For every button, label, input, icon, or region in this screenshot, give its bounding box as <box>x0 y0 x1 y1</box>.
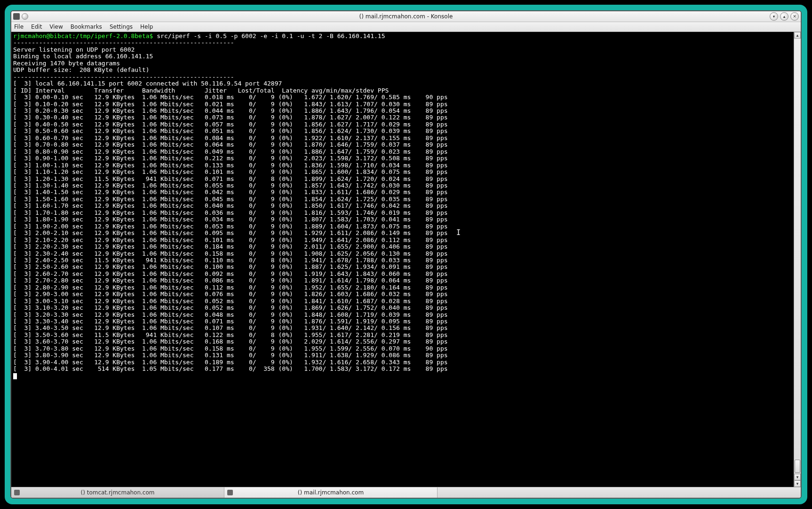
tab-label: () tomcat.rjmcmahon.com <box>11 489 224 496</box>
menu-view[interactable]: View <box>49 23 63 30</box>
tabbar: () tomcat.rjmcmahon.com () mail.rjmcmaho… <box>11 487 801 498</box>
text-cursor-icon: I <box>456 228 461 237</box>
window-title: () mail.rjmcmahon.com - Konsole <box>11 13 801 20</box>
menu-bookmarks[interactable]: Bookmarks <box>71 23 102 30</box>
menubar: File Edit View Bookmarks Settings Help <box>11 22 801 32</box>
tab-mail[interactable]: () mail.rjmcmahon.com <box>224 487 438 498</box>
close-button[interactable]: ✕ <box>790 12 799 21</box>
app-icon <box>13 13 20 20</box>
titlebar-dot-icon[interactable] <box>22 13 28 20</box>
desktop-background: () mail.rjmcmahon.com - Konsole ▾ ▴ ✕ Fi… <box>5 5 807 504</box>
scroll-thumb[interactable] <box>795 460 800 473</box>
maximize-button[interactable]: ▴ <box>780 12 788 21</box>
titlebar[interactable]: () mail.rjmcmahon.com - Konsole ▾ ▴ ✕ <box>11 11 801 22</box>
menu-settings[interactable]: Settings <box>110 23 133 30</box>
minimize-button[interactable]: ▾ <box>770 12 778 21</box>
konsole-window: () mail.rjmcmahon.com - Konsole ▾ ▴ ✕ Fi… <box>10 10 802 499</box>
terminal-output[interactable]: rjmcmahon@bibcat:/tmp/iperf-2.0.8beta$ s… <box>11 32 794 487</box>
tab-label: () mail.rjmcmahon.com <box>224 489 437 496</box>
terminal-area[interactable]: rjmcmahon@bibcat:/tmp/iperf-2.0.8beta$ s… <box>11 32 801 487</box>
tab-tomcat[interactable]: () tomcat.rjmcmahon.com <box>11 487 224 498</box>
menu-edit[interactable]: Edit <box>31 23 42 30</box>
terminal-scrollbar[interactable]: ▴ ▾ ▾ <box>794 32 801 487</box>
menu-file[interactable]: File <box>14 23 24 30</box>
tab-icon <box>227 490 233 495</box>
scroll-down-icon[interactable]: ▾ <box>794 474 801 480</box>
scroll-down2-icon[interactable]: ▾ <box>794 480 801 487</box>
scroll-up-icon[interactable]: ▴ <box>794 32 801 39</box>
menu-help[interactable]: Help <box>140 23 153 30</box>
tab-icon <box>14 490 20 495</box>
